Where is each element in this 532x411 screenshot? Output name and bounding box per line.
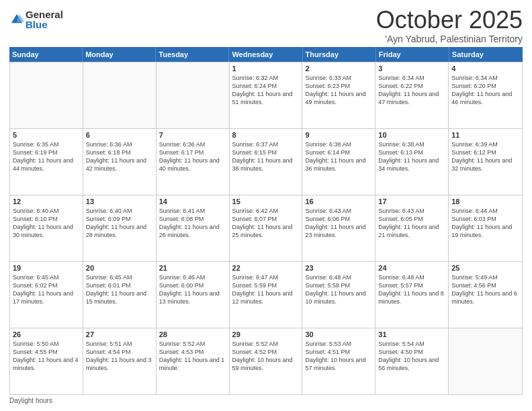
cell-info: Sunrise: 6:39 AM Sunset: 6:12 PM Dayligh… xyxy=(451,140,519,173)
calendar-cell: 1Sunrise: 6:32 AM Sunset: 6:24 PM Daylig… xyxy=(230,62,303,128)
cell-info: Sunrise: 6:38 AM Sunset: 6:14 PM Dayligh… xyxy=(305,140,372,173)
header-day-thursday: Thursday xyxy=(303,47,376,62)
calendar-cell: 12Sunrise: 6:40 AM Sunset: 6:10 PM Dayli… xyxy=(10,195,83,261)
cell-info: Sunrise: 6:44 AM Sunset: 6:03 PM Dayligh… xyxy=(451,207,519,240)
month-title: October 2025 xyxy=(376,7,523,34)
calendar-cell: 21Sunrise: 6:46 AM Sunset: 6:00 PM Dayli… xyxy=(157,262,230,328)
location-subtitle: 'Ayn Yabrud, Palestinian Territory xyxy=(376,34,523,44)
calendar-cell xyxy=(157,62,230,128)
cell-info: Sunrise: 6:43 AM Sunset: 6:06 PM Dayligh… xyxy=(305,207,372,240)
calendar-cell: 3Sunrise: 6:34 AM Sunset: 6:22 PM Daylig… xyxy=(375,62,449,128)
day-number: 21 xyxy=(159,264,226,272)
cell-info: Sunrise: 6:40 AM Sunset: 6:10 PM Dayligh… xyxy=(13,207,80,240)
day-number: 7 xyxy=(159,131,226,139)
day-number: 5 xyxy=(13,131,80,139)
calendar-cell: 19Sunrise: 6:45 AM Sunset: 6:02 PM Dayli… xyxy=(10,262,83,328)
calendar-cell: 15Sunrise: 6:42 AM Sunset: 6:07 PM Dayli… xyxy=(230,195,303,261)
logo: General Blue xyxy=(9,9,63,30)
cell-info: Sunrise: 5:49 AM Sunset: 4:56 PM Dayligh… xyxy=(451,273,519,306)
cell-info: Sunrise: 6:45 AM Sunset: 6:01 PM Dayligh… xyxy=(86,273,153,306)
calendar-cell: 5Sunrise: 6:35 AM Sunset: 6:19 PM Daylig… xyxy=(10,129,83,195)
calendar-cell: 2Sunrise: 6:33 AM Sunset: 6:23 PM Daylig… xyxy=(302,62,375,128)
calendar-cell: 28Sunrise: 5:52 AM Sunset: 4:53 PM Dayli… xyxy=(157,328,230,394)
logo-blue: Blue xyxy=(26,19,63,30)
header-day-saturday: Saturday xyxy=(449,47,523,62)
footer-note: Daylight hours xyxy=(9,395,523,404)
cell-info: Sunrise: 6:32 AM Sunset: 6:24 PM Dayligh… xyxy=(232,74,300,107)
day-number: 6 xyxy=(86,131,153,139)
cell-info: Sunrise: 6:42 AM Sunset: 6:07 PM Dayligh… xyxy=(232,207,300,240)
day-number: 3 xyxy=(378,64,445,73)
calendar-row-3: 12Sunrise: 6:40 AM Sunset: 6:10 PM Dayli… xyxy=(10,195,522,261)
cell-info: Sunrise: 6:36 AM Sunset: 6:18 PM Dayligh… xyxy=(86,140,153,173)
calendar-row-4: 19Sunrise: 6:45 AM Sunset: 6:02 PM Dayli… xyxy=(10,261,522,328)
page: General Blue October 2025 'Ayn Yabrud, P… xyxy=(0,0,532,411)
calendar-cell: 26Sunrise: 5:50 AM Sunset: 4:55 PM Dayli… xyxy=(10,328,83,394)
cell-info: Sunrise: 6:34 AM Sunset: 6:22 PM Dayligh… xyxy=(378,74,445,107)
day-number: 10 xyxy=(378,131,445,139)
calendar-cell: 18Sunrise: 6:44 AM Sunset: 6:03 PM Dayli… xyxy=(449,195,522,261)
calendar-cell xyxy=(10,62,83,128)
header: General Blue October 2025 'Ayn Yabrud, P… xyxy=(9,7,523,44)
calendar-cell: 16Sunrise: 6:43 AM Sunset: 6:06 PM Dayli… xyxy=(302,195,375,261)
day-number: 29 xyxy=(232,330,300,338)
calendar-cell: 4Sunrise: 6:34 AM Sunset: 6:20 PM Daylig… xyxy=(449,62,522,128)
day-number: 26 xyxy=(13,330,80,338)
calendar-row-1: 1Sunrise: 6:32 AM Sunset: 6:24 PM Daylig… xyxy=(10,62,522,128)
day-number: 23 xyxy=(305,264,372,272)
day-number: 31 xyxy=(378,330,445,338)
day-number: 30 xyxy=(305,330,372,338)
day-number: 12 xyxy=(13,197,80,205)
calendar-row-2: 5Sunrise: 6:35 AM Sunset: 6:19 PM Daylig… xyxy=(10,128,522,195)
header-day-monday: Monday xyxy=(83,47,156,62)
day-number: 17 xyxy=(378,197,445,205)
day-number: 24 xyxy=(378,264,445,272)
calendar-cell: 7Sunrise: 6:36 AM Sunset: 6:17 PM Daylig… xyxy=(157,129,230,195)
cell-info: Sunrise: 6:33 AM Sunset: 6:23 PM Dayligh… xyxy=(305,74,372,107)
header-day-sunday: Sunday xyxy=(9,47,83,62)
cell-info: Sunrise: 5:52 AM Sunset: 4:52 PM Dayligh… xyxy=(232,340,300,373)
cell-info: Sunrise: 5:54 AM Sunset: 4:50 PM Dayligh… xyxy=(378,340,445,373)
cell-info: Sunrise: 5:52 AM Sunset: 4:53 PM Dayligh… xyxy=(159,340,226,373)
calendar-cell: 6Sunrise: 6:36 AM Sunset: 6:18 PM Daylig… xyxy=(83,129,157,195)
day-number: 16 xyxy=(305,197,372,205)
cell-info: Sunrise: 6:43 AM Sunset: 6:05 PM Dayligh… xyxy=(378,207,445,240)
cell-info: Sunrise: 5:51 AM Sunset: 4:54 PM Dayligh… xyxy=(86,340,153,373)
cell-info: Sunrise: 6:48 AM Sunset: 5:57 PM Dayligh… xyxy=(378,273,445,306)
calendar-cell: 13Sunrise: 6:40 AM Sunset: 6:09 PM Dayli… xyxy=(83,195,157,261)
calendar-cell: 20Sunrise: 6:45 AM Sunset: 6:01 PM Dayli… xyxy=(83,262,157,328)
calendar: SundayMondayTuesdayWednesdayThursdayFrid… xyxy=(9,47,523,395)
logo-text: General Blue xyxy=(26,9,63,30)
day-number: 11 xyxy=(451,131,519,139)
calendar-row-5: 26Sunrise: 5:50 AM Sunset: 4:55 PM Dayli… xyxy=(10,328,522,394)
day-number: 4 xyxy=(451,64,519,73)
calendar-cell: 23Sunrise: 6:48 AM Sunset: 5:58 PM Dayli… xyxy=(302,262,375,328)
logo-general: General xyxy=(26,9,63,19)
cell-info: Sunrise: 5:53 AM Sunset: 4:51 PM Dayligh… xyxy=(305,340,372,373)
day-number: 15 xyxy=(232,197,300,205)
cell-info: Sunrise: 6:41 AM Sunset: 6:08 PM Dayligh… xyxy=(159,207,226,240)
calendar-cell: 11Sunrise: 6:39 AM Sunset: 6:12 PM Dayli… xyxy=(449,129,522,195)
cell-info: Sunrise: 6:36 AM Sunset: 6:17 PM Dayligh… xyxy=(159,140,226,173)
cell-info: Sunrise: 6:35 AM Sunset: 6:19 PM Dayligh… xyxy=(13,140,80,173)
calendar-cell: 8Sunrise: 6:37 AM Sunset: 6:15 PM Daylig… xyxy=(230,129,303,195)
calendar-body: 1Sunrise: 6:32 AM Sunset: 6:24 PM Daylig… xyxy=(9,62,523,395)
day-number: 18 xyxy=(451,197,519,205)
title-block: October 2025 'Ayn Yabrud, Palestinian Te… xyxy=(376,7,523,44)
cell-info: Sunrise: 6:47 AM Sunset: 5:59 PM Dayligh… xyxy=(232,273,300,306)
cell-info: Sunrise: 6:34 AM Sunset: 6:20 PM Dayligh… xyxy=(451,74,519,107)
calendar-cell: 31Sunrise: 5:54 AM Sunset: 4:50 PM Dayli… xyxy=(375,328,449,394)
header-day-tuesday: Tuesday xyxy=(156,47,229,62)
cell-info: Sunrise: 6:46 AM Sunset: 6:00 PM Dayligh… xyxy=(159,273,226,306)
day-number: 22 xyxy=(232,264,300,272)
calendar-cell: 29Sunrise: 5:52 AM Sunset: 4:52 PM Dayli… xyxy=(230,328,303,394)
cell-info: Sunrise: 6:38 AM Sunset: 6:13 PM Dayligh… xyxy=(378,140,445,173)
day-number: 9 xyxy=(305,131,372,139)
calendar-cell: 9Sunrise: 6:38 AM Sunset: 6:14 PM Daylig… xyxy=(302,129,375,195)
day-number: 13 xyxy=(86,197,153,205)
calendar-cell: 24Sunrise: 6:48 AM Sunset: 5:57 PM Dayli… xyxy=(375,262,449,328)
calendar-cell: 14Sunrise: 6:41 AM Sunset: 6:08 PM Dayli… xyxy=(157,195,230,261)
header-day-wednesday: Wednesday xyxy=(229,47,302,62)
calendar-cell: 17Sunrise: 6:43 AM Sunset: 6:05 PM Dayli… xyxy=(375,195,449,261)
calendar-cell xyxy=(83,62,157,128)
